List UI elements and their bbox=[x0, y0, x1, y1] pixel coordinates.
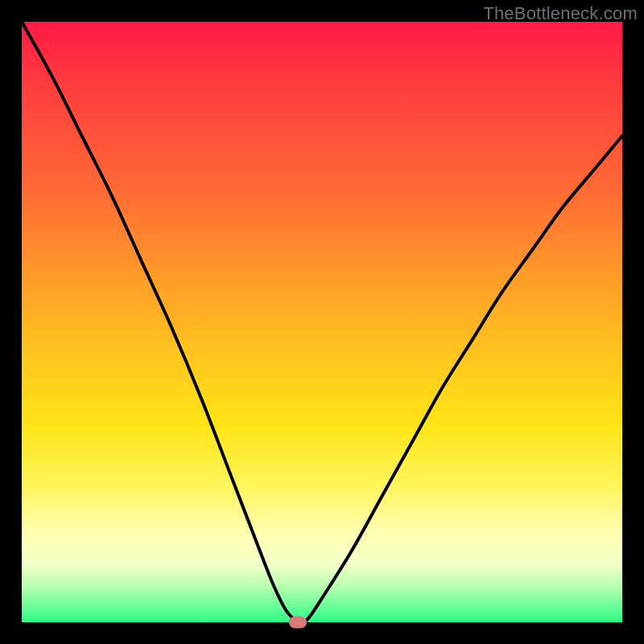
plot-area bbox=[22, 22, 622, 622]
chart-frame: TheBottleneck.com bbox=[0, 0, 644, 644]
watermark-text: TheBottleneck.com bbox=[483, 3, 638, 24]
optimal-point-marker bbox=[289, 617, 307, 629]
bottleneck-curve bbox=[22, 22, 622, 622]
